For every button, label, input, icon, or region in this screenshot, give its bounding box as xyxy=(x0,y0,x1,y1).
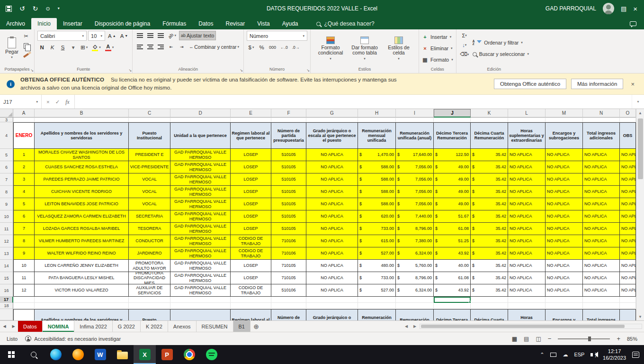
cell[interactable]: Grado jerárquico o escala al que pertene… xyxy=(306,122,358,149)
align-bottom-icon[interactable] xyxy=(156,31,165,40)
save-icon[interactable] xyxy=(6,6,12,12)
cell[interactable]: NO APLICA xyxy=(306,235,358,247)
insert-cells-button[interactable]: +Insertar▾ xyxy=(422,32,453,42)
increase-decimal-icon[interactable]: ←.0 xyxy=(279,43,289,52)
column-header-C[interactable]: C xyxy=(129,109,170,118)
cell[interactable]: $7,056.00 xyxy=(396,186,434,198)
row-header-13[interactable]: 13 xyxy=(0,247,13,260)
redo-icon[interactable]: ↻ xyxy=(33,5,38,12)
cell[interactable]: 710106 xyxy=(271,235,306,247)
cell[interactable]: NO APLICA xyxy=(583,186,620,198)
cell[interactable]: NO APLICA xyxy=(306,247,358,260)
cell[interactable] xyxy=(231,303,271,309)
cell[interactable]: NO APLICA xyxy=(306,272,358,284)
cell[interactable]: SECRETARIA xyxy=(129,210,170,223)
page-layout-view-icon[interactable]: ▤ xyxy=(524,336,529,342)
learn-more-button[interactable]: Más información xyxy=(571,79,623,89)
cell[interactable]: NO APLICA xyxy=(508,198,546,210)
cell[interactable]: Horas suplementarias y extraordinarias xyxy=(508,122,546,149)
dialog-launcher-icon[interactable]: ↘ xyxy=(240,68,243,73)
column-header-B[interactable]: B xyxy=(35,109,129,118)
cell[interactable]: NO APLICA xyxy=(546,235,583,247)
cell[interactable]: CUASES SANCHEZ ROSA ESTHELA xyxy=(35,161,129,173)
onedrive-icon[interactable]: ☁ xyxy=(563,352,568,358)
cell[interactable]: $51.25 xyxy=(434,235,471,247)
cell[interactable]: NO APLICA xyxy=(583,223,620,235)
cell[interactable]: NO APLICA xyxy=(508,173,546,186)
cell[interactable]: NO APLICA xyxy=(620,272,636,284)
cell[interactable]: $7,380.00 xyxy=(396,235,434,247)
cell[interactable]: Apellidos y nombres de los servidores y … xyxy=(35,122,129,149)
cell[interactable]: VELASQUEZ ZAMORA CARMEN ELIZABETH xyxy=(35,210,129,223)
cell[interactable]: GAD PARROQUIAL VALLE HERMOSO xyxy=(170,149,231,161)
decrease-decimal-icon[interactable]: .0→ xyxy=(291,43,301,52)
decrease-indent-icon[interactable]: ⇤ xyxy=(167,42,176,52)
cell[interactable]: Total ingresos adicionales xyxy=(583,309,620,320)
scrollbar-thumb[interactable] xyxy=(638,118,643,179)
cell[interactable]: NO APLICA xyxy=(620,260,636,272)
cell[interactable]: NO APLICA xyxy=(620,186,636,198)
cell[interactable]: Décimo Tercera Remuneración xyxy=(434,122,471,149)
cell[interactable] xyxy=(13,297,35,303)
cell[interactable]: NO APLICA xyxy=(306,284,358,297)
cell[interactable]: Número de partida presupuestaria xyxy=(271,309,306,320)
cell[interactable]: $35.42 xyxy=(471,161,508,173)
cell[interactable]: CODIGO DE TRABAJO xyxy=(231,284,271,297)
cell[interactable] xyxy=(546,297,583,303)
cell[interactable]: $35.42 xyxy=(471,235,508,247)
cell[interactable]: 510105 xyxy=(271,210,306,223)
fill-color-icon[interactable]: ◇▾ xyxy=(90,43,102,52)
cell[interactable] xyxy=(170,303,231,309)
column-header-L[interactable]: L xyxy=(508,109,546,118)
cell[interactable]: LOSEP xyxy=(231,223,271,235)
cell[interactable] xyxy=(306,297,358,303)
cell[interactable]: NO APLICA xyxy=(306,186,358,198)
column-header-G[interactable]: G xyxy=(306,109,358,118)
cell[interactable]: $49.00 xyxy=(434,173,471,186)
cell[interactable]: $615.00 xyxy=(358,235,396,247)
normal-view-icon[interactable]: ▦ xyxy=(512,336,517,342)
cell[interactable]: NO APLICA xyxy=(306,149,358,161)
customize-quick-access-icon[interactable]: ▾ xyxy=(58,7,60,10)
tab-formulas[interactable]: Fórmulas xyxy=(156,18,192,29)
cell[interactable]: 2 xyxy=(13,161,35,173)
cell[interactable]: $527.00 xyxy=(358,247,396,260)
cell[interactable]: NO APLICA xyxy=(546,223,583,235)
scroll-right-icon[interactable]: ▶ xyxy=(411,323,419,330)
cell[interactable]: $35.42 xyxy=(471,173,508,186)
cell[interactable]: Encargos y subrogaciones xyxy=(546,309,583,320)
cell[interactable]: Remuneración unificada (anual) xyxy=(396,122,434,149)
taskbar-word[interactable]: W xyxy=(89,345,111,364)
cell[interactable] xyxy=(271,303,306,309)
cell[interactable]: GAD PARROQUIAL VALLE HERMOSO xyxy=(170,186,231,198)
increase-font-icon[interactable]: A▲ xyxy=(107,31,117,41)
cell[interactable]: 510105 xyxy=(271,223,306,235)
clear-icon[interactable]: ⌫▾ xyxy=(460,51,469,58)
cell[interactable] xyxy=(13,118,35,122)
cell[interactable]: $35.42 xyxy=(471,272,508,284)
delete-cells-button[interactable]: ×Eliminar▾ xyxy=(422,44,453,53)
cell[interactable] xyxy=(396,303,434,309)
row-header-17[interactable]: 17 xyxy=(0,297,13,303)
sheet-nav-right-icon[interactable]: ▶ xyxy=(9,321,18,332)
cell[interactable]: PAREDES PERRAZO JAIME PATRICIO xyxy=(35,173,129,186)
cell[interactable] xyxy=(434,303,471,309)
comments-button[interactable] xyxy=(630,21,636,29)
cell[interactable]: $35.42 xyxy=(471,247,508,260)
zoom-slider[interactable] xyxy=(558,338,610,339)
cell[interactable]: VOCAL xyxy=(129,186,170,198)
cell[interactable]: NO APLICA xyxy=(546,284,583,297)
cell[interactable]: NO APLICA xyxy=(508,223,546,235)
cell[interactable] xyxy=(358,118,396,122)
cell[interactable]: GAD PARROQUIAL VALLE HERMOSO xyxy=(170,210,231,223)
dialog-launcher-icon[interactable]: ↘ xyxy=(30,68,34,73)
cell[interactable]: Apellidos y nombres de los servidores y … xyxy=(35,309,129,320)
tab-archivo[interactable]: Archivo xyxy=(0,18,31,29)
cell[interactable]: $7,056.00 xyxy=(396,173,434,186)
cell[interactable]: NO APLICA xyxy=(508,247,546,260)
cell[interactable]: 510105 xyxy=(271,186,306,198)
row-header-4[interactable]: 4 xyxy=(0,122,13,149)
hscroll-track[interactable] xyxy=(420,324,642,329)
column-header-O[interactable]: O xyxy=(620,109,636,118)
cancel-formula-icon[interactable]: × xyxy=(46,99,50,105)
